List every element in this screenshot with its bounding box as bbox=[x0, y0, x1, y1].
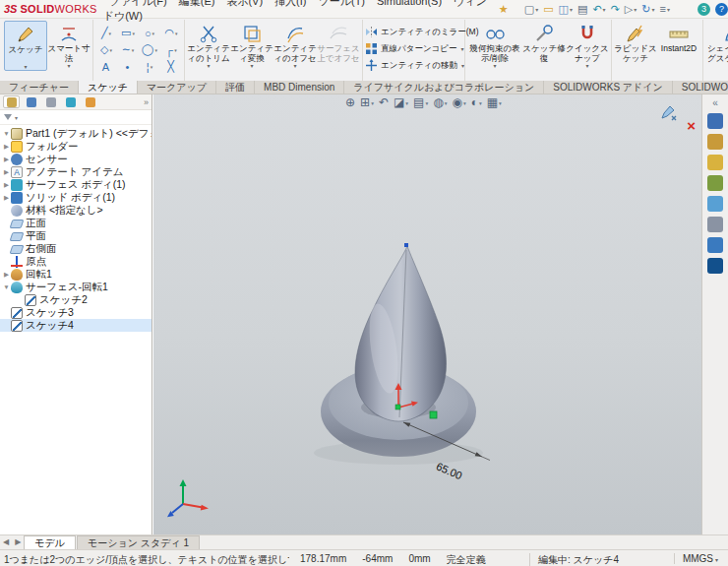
new-document-icon[interactable]: ▢▾ bbox=[522, 1, 540, 18]
cancel-sketch-icon[interactable]: × bbox=[687, 118, 696, 133]
tree-item-1[interactable]: ▶フォルダー bbox=[0, 140, 152, 153]
rapid-sketch-button[interactable]: ラピッドスケッチ bbox=[614, 21, 657, 63]
centerline-tool-icon[interactable]: ¦▾ bbox=[139, 58, 160, 75]
spline-tool-icon[interactable]: ∼▾ bbox=[117, 41, 139, 58]
tab-scroll-left-icon[interactable]: ◀ bbox=[0, 535, 12, 549]
view-palette-icon[interactable] bbox=[707, 175, 723, 191]
tree-item-13[interactable]: スケッチ2 bbox=[0, 293, 152, 306]
point-tool-icon[interactable]: • bbox=[117, 58, 139, 75]
tree-item-4[interactable]: ▶サーフェス ボディ(1) bbox=[0, 178, 152, 191]
quick-snaps-button[interactable]: クイックスナップ ▾ bbox=[566, 21, 609, 69]
favorites-star-icon[interactable]: ★ bbox=[493, 3, 515, 16]
apply-scene-icon[interactable]: ▦▾ bbox=[486, 95, 503, 110]
dimxpertmanager-tab[interactable] bbox=[62, 95, 79, 108]
previous-view-icon[interactable]: ↶ bbox=[378, 95, 390, 110]
instant2d-button[interactable]: Instant2D bbox=[657, 21, 700, 63]
tree-expand-icon[interactable]: ▼ bbox=[2, 130, 11, 137]
rebuild-icon[interactable]: ↻▾ bbox=[639, 1, 656, 18]
tree-item-11[interactable]: ▶回転1 bbox=[0, 268, 152, 281]
filter-funnel-icon[interactable] bbox=[4, 114, 12, 120]
tree-expand-icon[interactable]: ▶ bbox=[2, 271, 11, 279]
shaded-sketch-contours-button[interactable]: シェイディングスケッチ輪郭 bbox=[705, 21, 728, 63]
menu-item-0[interactable]: ファイル(F) bbox=[103, 0, 173, 7]
line-tool-icon[interactable]: ╱▾ bbox=[95, 25, 117, 41]
tab-scroll-right-icon[interactable]: ▶ bbox=[12, 535, 24, 549]
ellipse-tool-icon[interactable]: ◯▾ bbox=[139, 41, 160, 58]
print-icon[interactable]: ▤ bbox=[576, 1, 589, 18]
repair-sketch-button[interactable]: スケッチ修復 bbox=[522, 21, 566, 63]
arc-tool-icon[interactable]: ◠▾ bbox=[160, 25, 182, 41]
custom-properties-icon[interactable] bbox=[707, 217, 723, 232]
selection-handle[interactable] bbox=[430, 411, 437, 418]
move-entities-button[interactable]: エンティティの移動 ▾ bbox=[365, 57, 464, 74]
save-icon[interactable]: ◫▾ bbox=[557, 1, 575, 18]
configurationmanager-tab[interactable] bbox=[42, 95, 59, 108]
model-canvas[interactable]: 65.00 bbox=[153, 94, 701, 535]
menu-item-1[interactable]: 編集(E) bbox=[173, 0, 221, 7]
menu-item-3[interactable]: 挿入(I) bbox=[269, 0, 312, 7]
convert-entities-button[interactable]: エンティティ変換 ▾ bbox=[230, 21, 273, 69]
bottom-tab-1[interactable]: モーション スタディ 1 bbox=[77, 535, 200, 549]
tree-item-3[interactable]: ▶アノテート アイテム bbox=[0, 165, 152, 178]
open-icon[interactable]: ▭ bbox=[541, 1, 555, 18]
redo-icon[interactable]: ↷ bbox=[609, 1, 622, 18]
tree-item-6[interactable]: 材料 <指定なし> bbox=[0, 204, 152, 217]
offset-entities-button[interactable]: エンティティのオフセット ▾ bbox=[273, 21, 317, 69]
3dexperience-icon[interactable] bbox=[707, 258, 723, 274]
smart-dimension-button[interactable]: スマート寸法 ▾ bbox=[47, 21, 91, 69]
forum-icon[interactable] bbox=[707, 237, 723, 253]
solidworks-resources-icon[interactable] bbox=[707, 113, 723, 129]
propertymanager-tab[interactable] bbox=[23, 95, 39, 108]
command-tab-6[interactable]: SOLIDWORKS アドイン bbox=[544, 81, 673, 94]
mirror-entities-button[interactable]: エンティティのミラー(M) bbox=[365, 24, 479, 40]
tree-expand-icon[interactable]: ▶ bbox=[2, 194, 11, 202]
tree-item-7[interactable]: 正面 bbox=[0, 217, 152, 229]
sketch-button[interactable]: スケッチ ▾ bbox=[4, 21, 47, 71]
tree-item-15[interactable]: スケッチ4 bbox=[0, 319, 152, 332]
command-tab-5[interactable]: ライフサイクルおよびコラボレーション bbox=[344, 81, 544, 94]
menu-item-5[interactable]: Simulation(S) bbox=[371, 0, 448, 7]
design-library-icon[interactable] bbox=[707, 134, 723, 150]
select-icon[interactable]: ▷▾ bbox=[623, 1, 638, 18]
featuremanager-tree-tab[interactable] bbox=[3, 95, 20, 108]
menu-item-2[interactable]: 表示(V) bbox=[220, 0, 269, 7]
tree-expand-icon[interactable]: ▶ bbox=[2, 143, 11, 151]
section-view-icon[interactable]: ◪▾ bbox=[393, 95, 409, 110]
command-tab-0[interactable]: フィーチャー bbox=[0, 81, 79, 94]
zoom-area-icon[interactable]: ⊞▾ bbox=[359, 95, 375, 110]
graphics-viewport[interactable]: 65.00 ⊕⊞▾↶◪▾▤▾◍▾◉▾◐▾▦▾ × bbox=[153, 94, 701, 535]
exit-sketch-icon[interactable] bbox=[658, 102, 678, 122]
menu-item-4[interactable]: ツール(T) bbox=[312, 0, 371, 7]
dimension-label[interactable]: 65.00 bbox=[435, 460, 464, 481]
tree-item-0[interactable]: ▼Part1 (デフォルト) <<デフォルト>_表示状態 bbox=[0, 127, 152, 140]
panel-more-chevron-icon[interactable]: » bbox=[144, 97, 149, 107]
displaymanager-tab[interactable] bbox=[82, 95, 98, 108]
command-tab-1[interactable]: スケッチ bbox=[79, 81, 138, 94]
chevron-down-icon[interactable]: ▾ bbox=[15, 114, 18, 121]
appearances-scenes-icon[interactable] bbox=[707, 196, 723, 212]
trim-entities-button[interactable]: エンティティのトリム(T) ▾ bbox=[187, 21, 230, 69]
options-icon[interactable]: ≡▾ bbox=[658, 1, 672, 18]
tree-expand-icon[interactable]: ▶ bbox=[2, 168, 11, 176]
linear-pattern-button[interactable]: 直線パターンコピー ▾ bbox=[365, 40, 464, 57]
text-tool-icon[interactable]: A bbox=[95, 58, 117, 75]
circle-tool-icon[interactable]: ○▾ bbox=[139, 25, 160, 41]
tree-expand-icon[interactable]: ▶ bbox=[2, 156, 11, 163]
file-explorer-icon[interactable] bbox=[707, 155, 723, 170]
account-icon[interactable]: 3 bbox=[698, 3, 710, 16]
collapse-taskpane-icon[interactable]: « bbox=[712, 97, 718, 108]
command-tab-2[interactable]: マークアップ bbox=[138, 81, 216, 94]
tree-item-9[interactable]: 右側面 bbox=[0, 242, 152, 255]
tree-item-12[interactable]: ▼サーフェス-回転1 bbox=[0, 281, 152, 293]
tree-item-10[interactable]: 原点 bbox=[0, 255, 152, 268]
tree-expand-icon[interactable]: ▶ bbox=[2, 181, 11, 189]
unit-system[interactable]: MMGS▾ bbox=[674, 553, 718, 564]
mirror-small-tool-icon[interactable]: ╳ bbox=[160, 58, 182, 75]
hide-show-items-icon[interactable]: ◉▾ bbox=[451, 95, 466, 110]
edit-appearance-icon[interactable]: ◐▾ bbox=[470, 95, 483, 110]
bottom-tab-0[interactable]: モデル bbox=[24, 535, 76, 549]
tree-item-5[interactable]: ▶ソリッド ボディ(1) bbox=[0, 191, 152, 204]
polygon-tool-icon[interactable]: ◇▾ bbox=[95, 41, 117, 58]
display-delete-relations-button[interactable]: 幾何拘束の表示/削除 ▾ bbox=[467, 21, 522, 69]
display-style-icon[interactable]: ◍▾ bbox=[432, 95, 448, 110]
